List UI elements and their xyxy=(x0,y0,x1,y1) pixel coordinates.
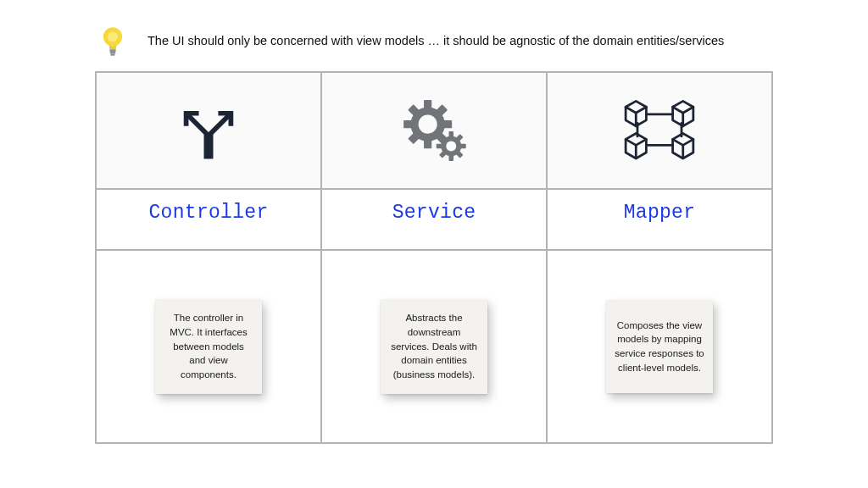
svg-rect-4 xyxy=(110,53,114,55)
svg-rect-7 xyxy=(424,100,431,109)
svg-rect-2 xyxy=(109,49,115,52)
svg-rect-20 xyxy=(459,144,465,149)
service-sticky-note: Abstracts the downstream services. Deals… xyxy=(381,299,487,393)
svg-point-1 xyxy=(108,31,118,42)
svg-point-6 xyxy=(419,115,437,134)
service-icon-cell xyxy=(321,72,547,189)
mapper-desc-cell: Composes the view models by mapping serv… xyxy=(547,250,772,443)
svg-rect-10 xyxy=(442,120,452,128)
hint-row: The UI should only be concerned with vie… xyxy=(0,25,868,71)
gears-icon xyxy=(395,92,473,169)
hint-text: The UI should only be concerned with vie… xyxy=(147,32,724,49)
service-title: Service xyxy=(321,189,547,250)
controller-sticky-note: The controller in MVC. It interfaces bet… xyxy=(155,299,262,393)
svg-point-16 xyxy=(446,141,456,151)
controller-icon-cell xyxy=(96,72,321,189)
controller-title: Controller xyxy=(96,189,321,250)
svg-rect-9 xyxy=(403,120,413,128)
svg-rect-3 xyxy=(110,52,116,53)
mapper-title: Mapper xyxy=(547,189,772,250)
lightbulb-icon xyxy=(100,25,131,56)
svg-rect-8 xyxy=(424,139,431,148)
svg-rect-19 xyxy=(437,144,442,149)
mapper-icon-cell xyxy=(547,72,772,189)
split-arrows-icon xyxy=(171,93,246,168)
controller-desc-cell: The controller in MVC. It interfaces bet… xyxy=(96,250,321,443)
cubes-network-icon xyxy=(615,93,704,168)
architecture-grid: Controller Service Mapper The controller… xyxy=(95,71,773,444)
svg-rect-17 xyxy=(448,131,453,137)
service-desc-cell: Abstracts the downstream services. Deals… xyxy=(321,250,547,443)
svg-rect-18 xyxy=(448,155,453,161)
mapper-sticky-note: Composes the view models by mapping serv… xyxy=(606,300,713,393)
